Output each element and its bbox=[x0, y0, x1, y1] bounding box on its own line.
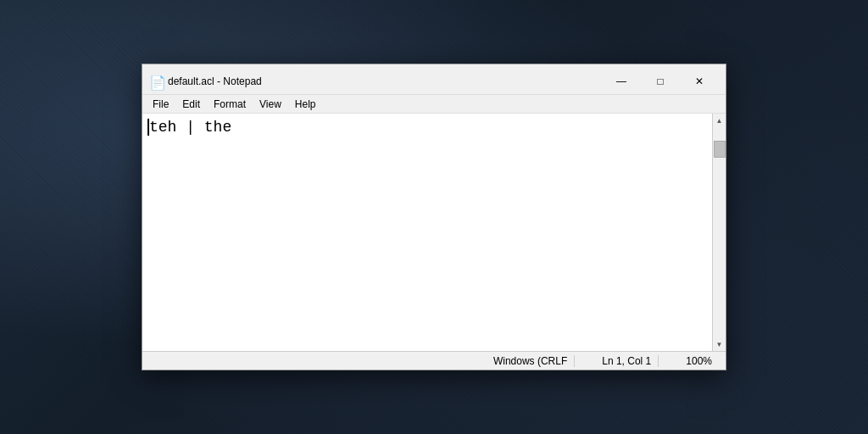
status-bar: Windows (CRLF Ln 1, Col 1 100% bbox=[142, 351, 726, 370]
scroll-down-arrow[interactable]: ▼ bbox=[713, 337, 726, 351]
text-editor[interactable]: teh | the bbox=[142, 114, 712, 351]
menu-help[interactable]: Help bbox=[288, 97, 323, 112]
menu-view[interactable]: View bbox=[253, 97, 288, 112]
scrollbar-thumb[interactable] bbox=[714, 141, 726, 158]
editor-area: teh | the ▲ ▼ bbox=[142, 114, 726, 351]
window-controls: — □ ✕ bbox=[602, 70, 719, 93]
app-icon: 📄 bbox=[149, 75, 163, 88]
menu-edit[interactable]: Edit bbox=[175, 97, 207, 112]
close-button[interactable]: ✕ bbox=[680, 70, 719, 93]
title-bar: 📄 default.acl - Notepad — □ ✕ bbox=[142, 64, 726, 95]
minimize-button[interactable]: — bbox=[602, 70, 641, 93]
scrollbar: ▲ ▼ bbox=[712, 114, 726, 351]
menu-format[interactable]: Format bbox=[207, 97, 253, 112]
menu-file[interactable]: File bbox=[146, 97, 175, 112]
status-encoding: Windows (CRLF bbox=[487, 355, 575, 367]
status-zoom: 100% bbox=[679, 355, 719, 367]
window-title: default.acl - Notepad bbox=[168, 75, 602, 87]
scroll-up-arrow[interactable]: ▲ bbox=[713, 114, 726, 127]
editor-text: teh | the bbox=[149, 119, 231, 136]
status-position: Ln 1, Col 1 bbox=[595, 355, 659, 367]
menu-bar: File Edit Format View Help bbox=[142, 95, 726, 114]
notepad-window: 📄 default.acl - Notepad — □ ✕ File Edit … bbox=[142, 64, 726, 370]
maximize-button[interactable]: □ bbox=[641, 70, 680, 93]
